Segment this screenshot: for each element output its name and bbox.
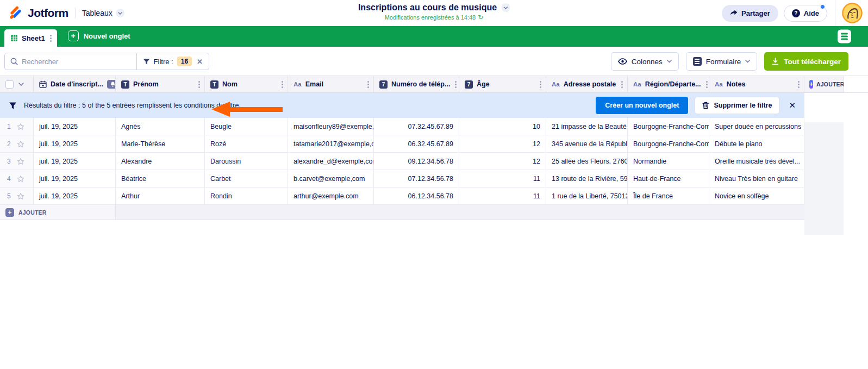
cell-nom[interactable]: Rondin bbox=[205, 187, 288, 204]
column-menu-kebab-icon[interactable] bbox=[197, 79, 201, 90]
add-column-button[interactable]: + AJOUTER bbox=[804, 76, 844, 92]
column-menu-kebab-icon[interactable] bbox=[280, 79, 284, 90]
cell-notes[interactable]: Niveau Très bien en guitare bbox=[709, 170, 804, 187]
cell-age[interactable]: 10 bbox=[459, 118, 546, 135]
star-icon[interactable] bbox=[17, 175, 24, 183]
cell-age[interactable]: 12 bbox=[459, 153, 546, 170]
clear-filter-icon[interactable]: ✕ bbox=[197, 58, 203, 66]
row-select-cell[interactable]: 4 bbox=[0, 170, 34, 187]
selection-chevron-down-icon[interactable] bbox=[18, 83, 24, 86]
column-header-age[interactable]: 7 Âge bbox=[459, 76, 546, 92]
column-menu-kebab-icon[interactable] bbox=[705, 79, 709, 90]
product-menu-tableaux[interactable]: Tableaux bbox=[82, 9, 124, 17]
filter-chip[interactable]: Filtre : 16 ✕ bbox=[136, 53, 209, 70]
title-chevron-down-icon[interactable] bbox=[501, 3, 510, 12]
row-select-cell[interactable]: 1 bbox=[0, 118, 34, 135]
cell-notes[interactable]: Novice en solfège bbox=[709, 187, 804, 204]
cell-region[interactable]: Normandie bbox=[628, 153, 709, 170]
columns-button[interactable]: Colonnes bbox=[611, 52, 679, 71]
cell-nom[interactable]: Carbet bbox=[205, 170, 288, 187]
table-row: 1 juil. 19, 2025 Agnès Beugle maisonfleu… bbox=[0, 118, 804, 135]
create-new-tab-button[interactable]: Créer un nouvel onglet bbox=[596, 97, 688, 114]
cell-age[interactable]: 11 bbox=[459, 187, 546, 204]
cell-email[interactable]: tatamarie2017@exemple,c... bbox=[288, 135, 374, 152]
column-menu-kebab-icon[interactable] bbox=[797, 79, 801, 90]
share-button[interactable]: Partager bbox=[722, 5, 778, 22]
cell-age[interactable]: 11 bbox=[459, 170, 546, 187]
new-tab-label: Nouvel onglet bbox=[84, 32, 130, 40]
star-icon[interactable] bbox=[17, 192, 24, 200]
cell-email[interactable]: arthur@exemple.com bbox=[288, 187, 374, 204]
tabs-menu-button[interactable] bbox=[838, 30, 851, 43]
cell-adresse[interactable]: 345 avenue de la Républiq... bbox=[546, 135, 628, 152]
refresh-icon[interactable]: ↻ bbox=[478, 14, 483, 21]
cell-date[interactable]: juil. 19, 2025 bbox=[34, 153, 116, 170]
column-header-date[interactable]: Date d'inscript... bbox=[34, 76, 116, 92]
download-all-button[interactable]: Tout télécharger bbox=[764, 52, 848, 71]
cell-date[interactable]: juil. 19, 2025 bbox=[34, 187, 116, 204]
column-header-adresse[interactable]: Aa Adresse postale bbox=[546, 76, 628, 92]
cell-date[interactable]: juil. 19, 2025 bbox=[34, 118, 116, 135]
column-header-nom[interactable]: T Nom bbox=[205, 76, 288, 92]
help-button[interactable]: ? Aide bbox=[784, 5, 827, 22]
cell-prenom[interactable]: Arthur bbox=[116, 187, 205, 204]
add-row-button[interactable]: + AJOUTER bbox=[0, 205, 116, 220]
cell-notes[interactable]: Super douée en percussions bbox=[709, 118, 804, 135]
cell-email[interactable]: maisonfleury89@exemple,... bbox=[288, 118, 374, 135]
close-banner-icon[interactable]: ✕ bbox=[789, 101, 796, 110]
tab-menu-kebab-icon[interactable] bbox=[49, 33, 53, 43]
column-header-prenom[interactable]: T Prénom bbox=[116, 76, 205, 92]
row-select-cell[interactable]: 2 bbox=[0, 135, 34, 152]
row-select-cell[interactable]: 3 bbox=[0, 153, 34, 170]
cell-email[interactable]: b.carvet@exemple,com bbox=[288, 170, 374, 187]
cell-nom[interactable]: Daroussin bbox=[205, 153, 288, 170]
column-menu-kebab-icon[interactable] bbox=[539, 79, 542, 90]
cell-telephone[interactable]: 09.12.34.56.78 bbox=[374, 153, 459, 170]
cell-telephone[interactable]: 06.32.45.67.89 bbox=[374, 135, 459, 152]
column-header-email[interactable]: Aa Email bbox=[288, 76, 374, 92]
cell-region[interactable]: Bourgogne-Franche-Comté bbox=[628, 135, 709, 152]
form-button[interactable]: Formulaire bbox=[686, 52, 758, 71]
cell-region[interactable]: Bourgogne-Franche-Comté bbox=[628, 118, 709, 135]
chevron-down-icon bbox=[116, 9, 124, 17]
cell-date[interactable]: juil. 19, 2025 bbox=[34, 170, 116, 187]
cell-prenom[interactable]: Béatrice bbox=[116, 170, 205, 187]
cell-adresse[interactable]: 21 impasse de la Beauté, 2... bbox=[546, 118, 628, 135]
cell-nom[interactable]: Beugle bbox=[205, 118, 288, 135]
avatar[interactable] bbox=[842, 3, 863, 23]
cell-telephone[interactable]: 07.12.34.56.78 bbox=[374, 170, 459, 187]
cell-nom[interactable]: Rozé bbox=[205, 135, 288, 152]
column-menu-kebab-icon[interactable] bbox=[620, 79, 624, 90]
cell-notes[interactable]: Oreille musicale très dével... bbox=[709, 153, 804, 170]
row-select-cell[interactable]: 5 bbox=[0, 187, 34, 204]
cell-telephone[interactable]: 06.12.34.56.78 bbox=[374, 187, 459, 204]
star-icon[interactable] bbox=[17, 140, 24, 148]
column-header-telephone[interactable]: 7 Numéro de télép... bbox=[374, 76, 459, 92]
cell-prenom[interactable]: Marie-Thérèse bbox=[116, 135, 205, 152]
cell-region[interactable]: Île de France bbox=[628, 187, 709, 204]
cell-telephone[interactable]: 07.32.45.67.89 bbox=[374, 118, 459, 135]
cell-region[interactable]: Haut-de-France bbox=[628, 170, 709, 187]
cell-email[interactable]: alexandre_d@exemple,com bbox=[288, 153, 374, 170]
cell-prenom[interactable]: Alexandre bbox=[116, 153, 205, 170]
column-menu-kebab-icon[interactable] bbox=[454, 79, 458, 90]
cell-adresse[interactable]: 1 rue de la Liberté, 75012 P... bbox=[546, 187, 628, 204]
column-header-notes[interactable]: Aa Notes bbox=[709, 76, 804, 92]
star-icon[interactable] bbox=[17, 158, 24, 165]
search-input[interactable] bbox=[18, 58, 136, 66]
remove-filter-button[interactable]: Supprimer le filtre bbox=[695, 97, 779, 114]
column-menu-kebab-icon[interactable] bbox=[366, 79, 370, 90]
cell-notes[interactable]: Débute le piano bbox=[709, 135, 804, 152]
jotform-brand[interactable]: Jotform bbox=[0, 5, 68, 21]
cell-adresse[interactable]: 25 allée des Fleurs, 27600... bbox=[546, 153, 628, 170]
cell-age[interactable]: 12 bbox=[459, 135, 546, 152]
number-type-icon: 7 bbox=[465, 80, 473, 89]
star-icon[interactable] bbox=[17, 123, 24, 130]
select-all-checkbox[interactable] bbox=[5, 80, 14, 89]
column-header-region[interactable]: Aa Région/Départe... bbox=[628, 76, 709, 92]
tab-sheet1[interactable]: Sheet1 bbox=[4, 29, 57, 47]
cell-adresse[interactable]: 13 route de la Rivière, 5921... bbox=[546, 170, 628, 187]
cell-prenom[interactable]: Agnès bbox=[116, 118, 205, 135]
cell-date[interactable]: juil. 19, 2025 bbox=[34, 135, 116, 152]
new-tab-button[interactable]: + Nouvel onglet bbox=[68, 30, 130, 41]
